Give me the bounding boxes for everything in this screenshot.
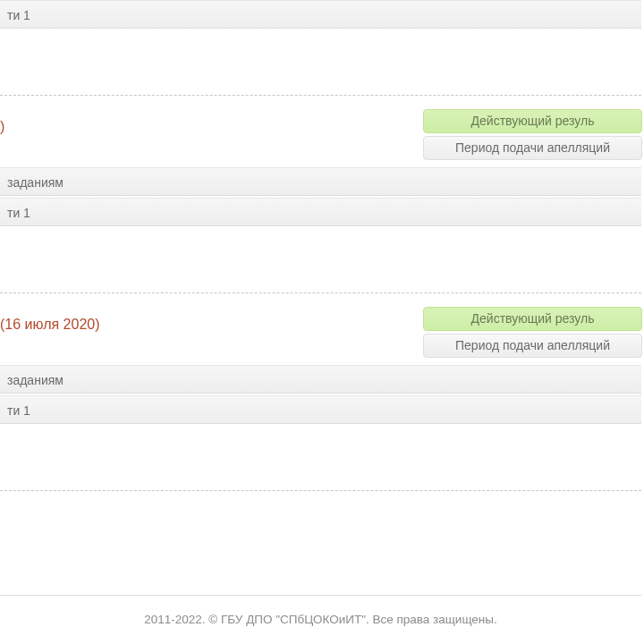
section-date-heading: (16 июля 2020): [0, 317, 100, 333]
row-label: заданиям: [7, 175, 64, 190]
section-divider: [0, 95, 641, 96]
status-badge-appeal: Период подачи апелляций: [423, 334, 642, 358]
footer-copyright: 2011-2022. © ГБУ ДПО "СПбЦОКОиИТ". Все п…: [0, 613, 641, 626]
status-badge-text: Период подачи апелляций: [455, 338, 610, 352]
row-label: ти 1: [7, 403, 30, 418]
section-divider: [0, 490, 641, 491]
list-row[interactable]: заданиям: [0, 167, 641, 196]
status-badge-active: Действующий резуль: [423, 109, 642, 133]
footer-divider: [0, 595, 641, 596]
status-badge-text: Период подачи апелляций: [455, 140, 610, 155]
row-label: ти 1: [7, 206, 30, 220]
date-heading-text: (16 июля 2020): [0, 317, 100, 332]
date-heading-text: ): [0, 119, 4, 134]
list-row[interactable]: ти 1: [0, 198, 641, 226]
section-date-heading: ): [0, 119, 4, 135]
status-badge-appeal: Период подачи апелляций: [423, 136, 642, 160]
list-row[interactable]: ти 1: [0, 0, 641, 29]
footer-copyright-text: 2011-2022. © ГБУ ДПО "СПбЦОКОиИТ". Все п…: [144, 613, 497, 626]
list-row[interactable]: ти 1: [0, 395, 641, 424]
status-stack: Действующий резуль Период подачи апелляц…: [423, 109, 642, 160]
status-badge-text: Действующий резуль: [471, 311, 595, 326]
row-label: ти 1: [7, 8, 30, 22]
status-stack: Действующий резуль Период подачи апелляц…: [423, 307, 642, 358]
page-root: ти 1 ) Действующий резуль Период подачи …: [0, 0, 644, 644]
row-label: заданиям: [7, 373, 64, 387]
status-badge-active: Действующий резуль: [423, 307, 642, 331]
list-row[interactable]: заданиям: [0, 365, 641, 394]
section-divider: [0, 292, 641, 293]
status-badge-text: Действующий резуль: [471, 114, 595, 128]
